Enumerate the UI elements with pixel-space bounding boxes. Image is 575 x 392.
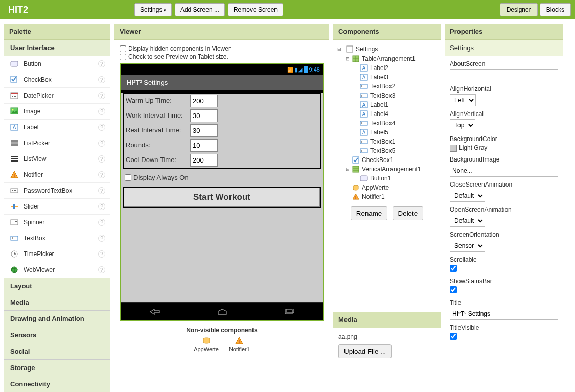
row-input[interactable]: [190, 109, 218, 122]
rename-button[interactable]: Rename: [351, 206, 387, 220]
settings-table[interactable]: Warm Up Time:Work Interval Time:Rest Int…: [123, 93, 321, 169]
help-icon[interactable]: ?: [98, 60, 105, 67]
palette-item-checkbox[interactable]: CheckBox?: [4, 72, 110, 88]
open-anim-select[interactable]: Default: [450, 215, 485, 227]
tree-textbox2[interactable]: TextBox2: [353, 82, 438, 91]
svg-rect-14: [11, 156, 18, 157]
delete-button[interactable]: Delete: [393, 206, 424, 220]
help-icon[interactable]: ?: [98, 187, 105, 194]
screen-selector-dropdown[interactable]: Settings: [134, 3, 172, 16]
tablet-preview-checkbox[interactable]: [120, 54, 126, 60]
palette-item-datepicker[interactable]: DatePicker?: [4, 88, 110, 104]
display-always-label: Display Always On: [133, 174, 189, 181]
start-workout-button[interactable]: Start Workout: [124, 188, 320, 207]
tree-button1[interactable]: Button1: [353, 174, 438, 183]
palette-item-image[interactable]: Image?: [4, 104, 110, 120]
palette-item-spinner[interactable]: Spinner?: [4, 215, 110, 230]
svg-rect-11: [11, 140, 18, 142]
palette-section-layout[interactable]: Layout: [4, 278, 110, 294]
palette-section-user-interface[interactable]: User Interface: [4, 40, 110, 56]
help-icon[interactable]: ?: [98, 108, 105, 115]
vertical-arrangement[interactable]: Start Workout: [123, 187, 321, 208]
tree-label3[interactable]: ALabel3: [353, 73, 438, 82]
align-v-select[interactable]: Top: [450, 119, 475, 131]
tree-label2[interactable]: ALabel2: [353, 63, 438, 73]
display-always-checkbox[interactable]: [125, 174, 131, 181]
svg-rect-62: [353, 166, 359, 172]
upload-file-button[interactable]: Upload File ...: [338, 344, 392, 358]
palette-item-listview[interactable]: ListView?: [4, 151, 110, 167]
tree-checkbox1[interactable]: CheckBox1: [344, 155, 438, 165]
bg-image-input[interactable]: [450, 165, 558, 177]
row-label: Rounds:: [124, 138, 189, 153]
collapse-icon[interactable]: ⊟: [344, 56, 351, 61]
bg-color-value[interactable]: Light Gray: [450, 144, 558, 152]
titlevisible-checkbox[interactable]: [450, 333, 457, 340]
tree-textbox3[interactable]: TextBox3: [353, 91, 438, 100]
row-input[interactable]: [190, 154, 218, 167]
showstatus-checkbox[interactable]: [450, 286, 457, 293]
align-h-select[interactable]: Left: [450, 94, 476, 106]
palette-section-social[interactable]: Social: [4, 343, 110, 360]
tree-appwerte[interactable]: AppWerte: [344, 183, 438, 192]
palette-item-listpicker[interactable]: ListPicker?: [4, 135, 110, 151]
display-hidden-checkbox[interactable]: [120, 45, 126, 52]
title-input[interactable]: [450, 308, 558, 320]
close-anim-select[interactable]: Default: [450, 190, 485, 202]
scrollable-checkbox[interactable]: [450, 265, 457, 272]
palette-item-textbox[interactable]: TextBox?: [4, 230, 110, 246]
tree-table-arrangement[interactable]: ⊟ TableArrangement1: [344, 54, 438, 63]
collapse-icon[interactable]: ⊟: [336, 47, 342, 52]
help-icon[interactable]: ?: [98, 92, 105, 99]
palette-item-notifier[interactable]: !Notifier?: [4, 167, 110, 183]
remove-screen-button[interactable]: Remove Screen: [228, 3, 283, 16]
palette-section-sensors[interactable]: Sensors: [4, 327, 110, 343]
help-icon[interactable]: ?: [98, 235, 105, 242]
nonvis-appwerte[interactable]: AppWerte: [194, 337, 219, 352]
tree-textbox5[interactable]: TextBox5: [353, 146, 438, 155]
tree-root[interactable]: ⊟ Settings: [336, 44, 438, 54]
tree-label4[interactable]: ALabel4: [353, 109, 438, 119]
tree-textbox1[interactable]: TextBox1: [353, 137, 438, 146]
non-visible-components: Non-visible components AppWerte!Notifier…: [120, 327, 324, 352]
add-screen-button[interactable]: Add Screen ...: [175, 3, 225, 16]
palette-section-connectivity[interactable]: Connectivity: [4, 376, 110, 392]
row-input[interactable]: [190, 124, 218, 137]
display-always-row[interactable]: Display Always On: [121, 171, 323, 185]
row-input[interactable]: [190, 95, 218, 107]
palette-section-storage[interactable]: Storage: [4, 360, 110, 376]
help-icon[interactable]: ?: [98, 124, 105, 131]
help-icon[interactable]: ?: [98, 203, 105, 210]
tree-label1[interactable]: ALabel1: [353, 100, 438, 109]
tree-textbox4[interactable]: TextBox4: [353, 119, 438, 128]
palette-item-button[interactable]: Button?: [4, 56, 110, 72]
designer-tab[interactable]: Designer: [500, 3, 538, 16]
tree-label5[interactable]: ALabel5: [353, 128, 438, 137]
svg-text:A: A: [13, 125, 16, 130]
orient-select[interactable]: Sensor: [450, 240, 485, 252]
palette-section-media[interactable]: Media: [4, 294, 110, 311]
help-icon[interactable]: ?: [98, 140, 105, 147]
help-icon[interactable]: ?: [98, 219, 105, 226]
tree-vertical-arrangement[interactable]: ⊟ VerticalArrangement1: [344, 165, 438, 174]
collapse-icon[interactable]: ⊟: [344, 167, 351, 172]
palette-item-passwordtextbox[interactable]: PasswordTextBox?: [4, 183, 110, 199]
about-screen-input[interactable]: [450, 69, 558, 81]
help-icon[interactable]: ?: [98, 250, 105, 258]
nonvis-notifier1[interactable]: !Notifier1: [229, 337, 250, 352]
palette-item-webviewer[interactable]: WebViewer?: [4, 262, 110, 278]
palette-item-label[interactable]: ALabel?: [4, 120, 110, 135]
help-icon[interactable]: ?: [98, 76, 105, 83]
help-icon[interactable]: ?: [98, 266, 105, 273]
media-file[interactable]: aa.png: [338, 333, 435, 340]
help-icon[interactable]: ?: [98, 171, 105, 178]
checkbox-icon: [352, 156, 360, 164]
palette-item-slider[interactable]: Slider?: [4, 199, 110, 215]
row-input[interactable]: [190, 139, 218, 152]
palette-item-timepicker[interactable]: TimePicker?: [4, 246, 110, 262]
palette-item-label: Button: [24, 60, 98, 67]
blocks-tab[interactable]: Blocks: [540, 3, 571, 16]
palette-section-drawing[interactable]: Drawing and Animation: [4, 311, 110, 327]
help-icon[interactable]: ?: [98, 155, 105, 163]
tree-notifier[interactable]: ! Notifier1: [344, 192, 438, 201]
